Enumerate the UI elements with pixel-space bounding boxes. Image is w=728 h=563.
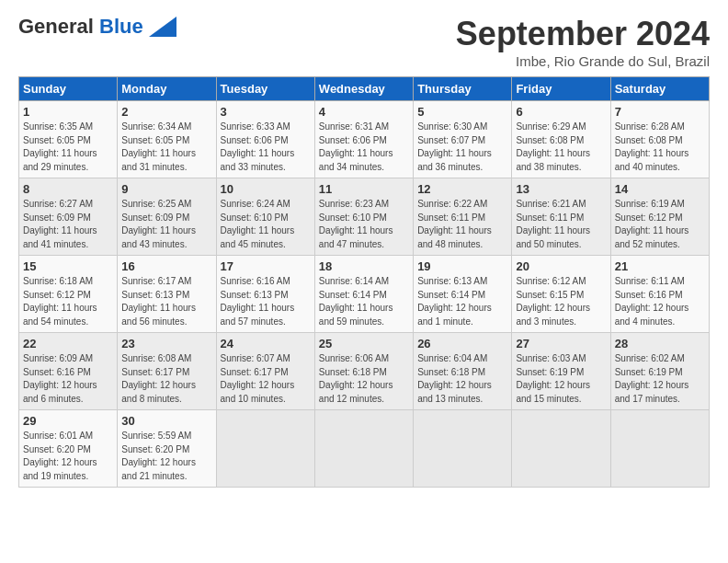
- day-cell: 16Sunrise: 6:17 AM Sunset: 6:13 PM Dayli…: [118, 256, 216, 333]
- day-number: 20: [516, 259, 606, 273]
- day-cell: 6Sunrise: 6:29 AM Sunset: 6:08 PM Daylig…: [512, 101, 610, 178]
- day-cell: 30Sunrise: 5:59 AM Sunset: 6:20 PM Dayli…: [118, 410, 216, 488]
- day-cell: [610, 410, 709, 488]
- day-info: Sunrise: 6:22 AM Sunset: 6:11 PM Dayligh…: [417, 198, 507, 251]
- location-subtitle: Imbe, Rio Grande do Sul, Brazil: [456, 53, 710, 69]
- week-row-5: 29Sunrise: 6:01 AM Sunset: 6:20 PM Dayli…: [19, 410, 710, 488]
- week-row-4: 22Sunrise: 6:09 AM Sunset: 6:16 PM Dayli…: [19, 333, 710, 410]
- day-info: Sunrise: 6:06 AM Sunset: 6:18 PM Dayligh…: [319, 352, 409, 406]
- day-info: Sunrise: 6:30 AM Sunset: 6:07 PM Dayligh…: [417, 121, 507, 174]
- svg-marker-0: [149, 17, 176, 37]
- day-cell: 24Sunrise: 6:07 AM Sunset: 6:17 PM Dayli…: [216, 333, 314, 410]
- day-cell: 9Sunrise: 6:25 AM Sunset: 6:09 PM Daylig…: [118, 178, 216, 256]
- day-cell: 25Sunrise: 6:06 AM Sunset: 6:18 PM Dayli…: [314, 333, 413, 410]
- day-number: 27: [516, 337, 606, 350]
- logo-text: General Blue: [18, 15, 143, 39]
- day-number: 11: [319, 182, 409, 196]
- day-cell: 20Sunrise: 6:12 AM Sunset: 6:15 PM Dayli…: [512, 256, 610, 333]
- day-info: Sunrise: 6:01 AM Sunset: 6:20 PM Dayligh…: [23, 430, 113, 483]
- header-cell-tuesday: Tuesday: [216, 77, 314, 101]
- day-number: 22: [23, 337, 113, 350]
- day-number: 1: [23, 105, 113, 119]
- day-info: Sunrise: 6:35 AM Sunset: 6:05 PM Dayligh…: [23, 121, 113, 174]
- day-number: 2: [121, 105, 211, 119]
- day-cell: 26Sunrise: 6:04 AM Sunset: 6:18 PM Dayli…: [414, 333, 512, 410]
- day-info: Sunrise: 6:07 AM Sunset: 6:17 PM Dayligh…: [221, 352, 311, 406]
- day-number: 9: [121, 182, 211, 196]
- day-info: Sunrise: 6:02 AM Sunset: 6:19 PM Dayligh…: [615, 352, 705, 406]
- day-info: Sunrise: 6:33 AM Sunset: 6:06 PM Dayligh…: [221, 121, 311, 174]
- day-info: Sunrise: 6:21 AM Sunset: 6:11 PM Dayligh…: [516, 198, 606, 251]
- day-info: Sunrise: 6:25 AM Sunset: 6:09 PM Dayligh…: [121, 198, 211, 251]
- day-info: Sunrise: 6:04 AM Sunset: 6:18 PM Dayligh…: [417, 352, 507, 406]
- day-number: 17: [221, 259, 311, 273]
- day-info: Sunrise: 6:34 AM Sunset: 6:05 PM Dayligh…: [121, 121, 211, 174]
- day-number: 18: [319, 259, 409, 273]
- logo-icon: [149, 17, 176, 37]
- page-container: General Blue September 2024 Imbe, Rio Gr…: [0, 0, 728, 497]
- day-cell: 29Sunrise: 6:01 AM Sunset: 6:20 PM Dayli…: [19, 410, 118, 488]
- day-cell: 7Sunrise: 6:28 AM Sunset: 6:08 PM Daylig…: [610, 101, 709, 178]
- calendar-body: 1Sunrise: 6:35 AM Sunset: 6:05 PM Daylig…: [19, 101, 710, 488]
- day-number: 30: [121, 414, 211, 428]
- day-cell: 27Sunrise: 6:03 AM Sunset: 6:19 PM Dayli…: [512, 333, 610, 410]
- day-number: 19: [417, 259, 507, 273]
- day-info: Sunrise: 6:29 AM Sunset: 6:08 PM Dayligh…: [516, 121, 606, 174]
- day-info: Sunrise: 6:28 AM Sunset: 6:08 PM Dayligh…: [615, 121, 705, 174]
- calendar-header: SundayMondayTuesdayWednesdayThursdayFrid…: [19, 77, 710, 101]
- day-number: 10: [221, 182, 311, 196]
- day-info: Sunrise: 6:16 AM Sunset: 6:13 PM Dayligh…: [221, 275, 311, 328]
- day-info: Sunrise: 6:18 AM Sunset: 6:12 PM Dayligh…: [23, 275, 113, 328]
- day-info: Sunrise: 6:31 AM Sunset: 6:06 PM Dayligh…: [319, 121, 409, 174]
- day-cell: [414, 410, 512, 488]
- day-cell: 15Sunrise: 6:18 AM Sunset: 6:12 PM Dayli…: [19, 256, 118, 333]
- month-title: September 2024: [456, 15, 710, 53]
- day-cell: 17Sunrise: 6:16 AM Sunset: 6:13 PM Dayli…: [216, 256, 314, 333]
- week-row-2: 8Sunrise: 6:27 AM Sunset: 6:09 PM Daylig…: [19, 178, 710, 256]
- day-cell: 21Sunrise: 6:11 AM Sunset: 6:16 PM Dayli…: [610, 256, 709, 333]
- day-cell: 5Sunrise: 6:30 AM Sunset: 6:07 PM Daylig…: [414, 101, 512, 178]
- week-row-1: 1Sunrise: 6:35 AM Sunset: 6:05 PM Daylig…: [19, 101, 710, 178]
- day-cell: 19Sunrise: 6:13 AM Sunset: 6:14 PM Dayli…: [414, 256, 512, 333]
- day-info: Sunrise: 6:03 AM Sunset: 6:19 PM Dayligh…: [516, 352, 606, 406]
- day-cell: 4Sunrise: 6:31 AM Sunset: 6:06 PM Daylig…: [314, 101, 413, 178]
- day-cell: [314, 410, 413, 488]
- day-number: 3: [221, 105, 311, 119]
- day-cell: 14Sunrise: 6:19 AM Sunset: 6:12 PM Dayli…: [610, 178, 709, 256]
- day-number: 26: [417, 337, 507, 350]
- day-cell: 18Sunrise: 6:14 AM Sunset: 6:14 PM Dayli…: [314, 256, 413, 333]
- day-cell: 8Sunrise: 6:27 AM Sunset: 6:09 PM Daylig…: [19, 178, 118, 256]
- day-info: Sunrise: 6:08 AM Sunset: 6:17 PM Dayligh…: [121, 352, 211, 406]
- day-cell: 10Sunrise: 6:24 AM Sunset: 6:10 PM Dayli…: [216, 178, 314, 256]
- day-info: Sunrise: 6:13 AM Sunset: 6:14 PM Dayligh…: [417, 275, 507, 328]
- day-number: 5: [417, 105, 507, 119]
- day-number: 13: [516, 182, 606, 196]
- day-cell: 22Sunrise: 6:09 AM Sunset: 6:16 PM Dayli…: [19, 333, 118, 410]
- day-number: 15: [23, 259, 113, 273]
- day-number: 24: [221, 337, 311, 350]
- day-cell: 28Sunrise: 6:02 AM Sunset: 6:19 PM Dayli…: [610, 333, 709, 410]
- day-number: 16: [121, 259, 211, 273]
- day-info: Sunrise: 6:14 AM Sunset: 6:14 PM Dayligh…: [319, 275, 409, 328]
- day-cell: 3Sunrise: 6:33 AM Sunset: 6:06 PM Daylig…: [216, 101, 314, 178]
- header-cell-wednesday: Wednesday: [314, 77, 413, 101]
- day-info: Sunrise: 6:27 AM Sunset: 6:09 PM Dayligh…: [23, 198, 113, 251]
- day-number: 23: [121, 337, 211, 350]
- day-info: Sunrise: 6:09 AM Sunset: 6:16 PM Dayligh…: [23, 352, 113, 406]
- day-number: 8: [23, 182, 113, 196]
- day-cell: 12Sunrise: 6:22 AM Sunset: 6:11 PM Dayli…: [414, 178, 512, 256]
- day-cell: [216, 410, 314, 488]
- week-row-3: 15Sunrise: 6:18 AM Sunset: 6:12 PM Dayli…: [19, 256, 710, 333]
- header-cell-monday: Monday: [118, 77, 216, 101]
- day-info: Sunrise: 6:17 AM Sunset: 6:13 PM Dayligh…: [121, 275, 211, 328]
- header-cell-thursday: Thursday: [414, 77, 512, 101]
- day-info: Sunrise: 5:59 AM Sunset: 6:20 PM Dayligh…: [121, 430, 211, 483]
- day-number: 7: [615, 105, 705, 119]
- day-info: Sunrise: 6:12 AM Sunset: 6:15 PM Dayligh…: [516, 275, 606, 328]
- day-cell: 11Sunrise: 6:23 AM Sunset: 6:10 PM Dayli…: [314, 178, 413, 256]
- day-cell: 13Sunrise: 6:21 AM Sunset: 6:11 PM Dayli…: [512, 178, 610, 256]
- day-info: Sunrise: 6:11 AM Sunset: 6:16 PM Dayligh…: [615, 275, 705, 328]
- title-block: September 2024 Imbe, Rio Grande do Sul, …: [456, 15, 710, 69]
- day-number: 28: [615, 337, 705, 350]
- day-cell: 2Sunrise: 6:34 AM Sunset: 6:05 PM Daylig…: [118, 101, 216, 178]
